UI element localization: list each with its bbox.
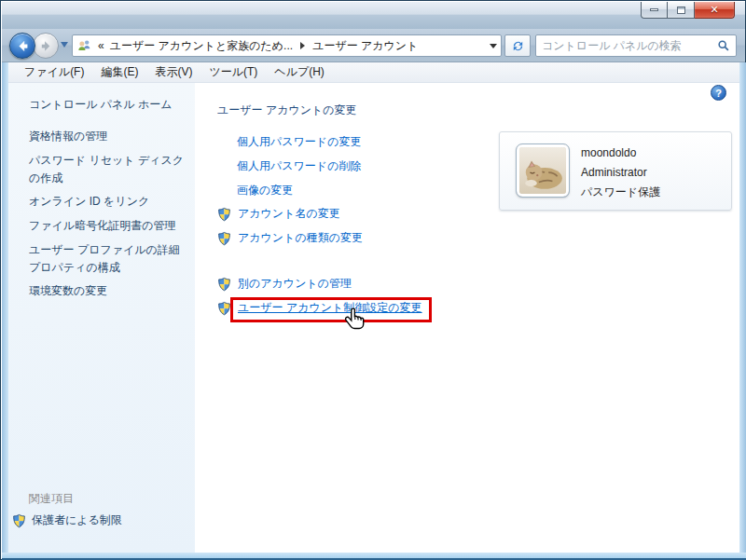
account-status: パスワード保護: [581, 183, 660, 202]
menu-help[interactable]: ヘルプ(H): [266, 61, 333, 83]
menu-tools[interactable]: ツール(T): [200, 61, 266, 83]
help-icon: ?: [715, 88, 722, 99]
sidebar-item-link-online-id[interactable]: オンライン ID をリンク: [29, 193, 189, 211]
sidebar: コントロール パネル ホーム 資格情報の管理 パスワード リセット ディスクの作…: [8, 83, 195, 553]
task-label: 個人用パスワードの削除: [237, 158, 361, 174]
task-label: アカウント名の変更: [238, 206, 340, 222]
refresh-button[interactable]: [504, 34, 531, 57]
window-frame-right: [739, 62, 746, 553]
cat-picture: [519, 147, 566, 194]
task-change-uac-settings[interactable]: ユーザー アカウント制御設定の変更: [217, 300, 422, 316]
window-controls: ✕: [641, 2, 735, 19]
breadcrumb-parent[interactable]: ユーザー アカウントと家族のため...: [110, 38, 293, 54]
task-change-account-name[interactable]: アカウント名の変更: [217, 206, 340, 222]
back-arrow-icon: [16, 39, 30, 53]
task-remove-password[interactable]: 個人用パスワードの削除: [237, 158, 361, 174]
task-change-password[interactable]: 個人用パスワードの変更: [237, 134, 361, 150]
main-content: ユーザー アカウントの変更 個人用パスワードの変更 個人用パスワードの削除 画像…: [195, 83, 739, 553]
user-accounts-icon: [76, 38, 92, 53]
recent-pages-dropdown[interactable]: [61, 42, 68, 48]
title-bar[interactable]: ✕: [2, 2, 745, 29]
task-label: 個人用パスワードの変更: [237, 134, 361, 150]
related-items-header: 関連項目: [29, 491, 74, 507]
task-change-account-type[interactable]: アカウントの種類の変更: [217, 230, 363, 246]
search-box: [535, 34, 737, 57]
menu-file[interactable]: ファイル(F): [16, 61, 92, 83]
account-panel: moondoldo Administrator パスワード保護: [499, 131, 732, 211]
forward-arrow-icon: [39, 39, 53, 53]
page-title: ユーザー アカウントの変更: [217, 102, 357, 118]
menu-bar: ファイル(F) 編集(E) 表示(V) ツール(T) ヘルプ(H): [8, 62, 739, 83]
sidebar-item-user-profile-advanced[interactable]: ユーザー プロファイルの詳細プロパティの構成: [29, 241, 189, 277]
address-dropdown-icon[interactable]: [490, 44, 497, 48]
navigation-bar: « ユーザー アカウントと家族のため... ユーザー アカウント: [2, 29, 745, 62]
maximize-icon: [677, 7, 685, 14]
uac-shield-icon: [12, 513, 26, 528]
account-role: Administrator: [581, 163, 660, 183]
window-frame-bottom: [2, 553, 746, 560]
task-change-picture[interactable]: 画像の変更: [237, 183, 293, 198]
sidebar-item-file-encryption-certificates[interactable]: ファイル暗号化証明書の管理: [29, 217, 189, 235]
search-input[interactable]: [542, 39, 717, 52]
uac-shield-icon: [217, 277, 231, 292]
task-label: 画像の変更: [237, 183, 293, 198]
close-icon: ✕: [710, 5, 718, 15]
uac-shield-icon: [217, 301, 231, 316]
breadcrumb-overflow-chevron[interactable]: «: [98, 39, 104, 52]
help-button[interactable]: ?: [711, 85, 726, 101]
task-label: 別のアカウントの管理: [238, 276, 352, 292]
menu-edit[interactable]: 編集(E): [92, 61, 146, 83]
maximize-button[interactable]: [668, 2, 695, 19]
sidebar-item-manage-credentials[interactable]: 資格情報の管理: [29, 128, 189, 145]
account-name: moondoldo: [581, 143, 660, 163]
sidebar-item-control-panel-home[interactable]: コントロール パネル ホーム: [29, 96, 189, 114]
sidebar-item-parental-controls[interactable]: 保護者による制限: [12, 512, 122, 528]
control-panel-window: ✕ « ユーザー アカウントと家族のため... ユーザー アカウン: [0, 0, 746, 560]
refresh-icon: [511, 39, 525, 53]
uac-shield-icon: [217, 207, 231, 222]
account-info: moondoldo Administrator パスワード保護: [581, 143, 660, 202]
minimize-button[interactable]: [641, 2, 668, 19]
sidebar-item-environment-variables[interactable]: 環境変数の変更: [29, 282, 189, 300]
close-button[interactable]: ✕: [695, 2, 735, 19]
account-avatar: [517, 144, 569, 197]
menu-view[interactable]: 表示(V): [146, 61, 200, 83]
minimize-icon: [650, 8, 658, 11]
task-manage-another-account[interactable]: 別のアカウントの管理: [217, 276, 352, 292]
back-button[interactable]: [9, 33, 35, 59]
task-label: アカウントの種類の変更: [238, 230, 363, 246]
sidebar-item-label: 保護者による制限: [32, 512, 122, 528]
uac-shield-icon: [217, 231, 231, 246]
search-icon[interactable]: [717, 39, 730, 52]
sidebar-item-password-reset-disk[interactable]: パスワード リセット ディスクの作成: [29, 152, 189, 187]
window-frame-left: [2, 62, 8, 553]
address-bar[interactable]: « ユーザー アカウントと家族のため... ユーザー アカウント: [72, 34, 502, 57]
forward-button[interactable]: [33, 33, 59, 59]
task-label: ユーザー アカウント制御設定の変更: [238, 300, 422, 316]
breadcrumb-current[interactable]: ユーザー アカウント: [312, 38, 418, 54]
breadcrumb-separator-icon: [300, 42, 305, 49]
